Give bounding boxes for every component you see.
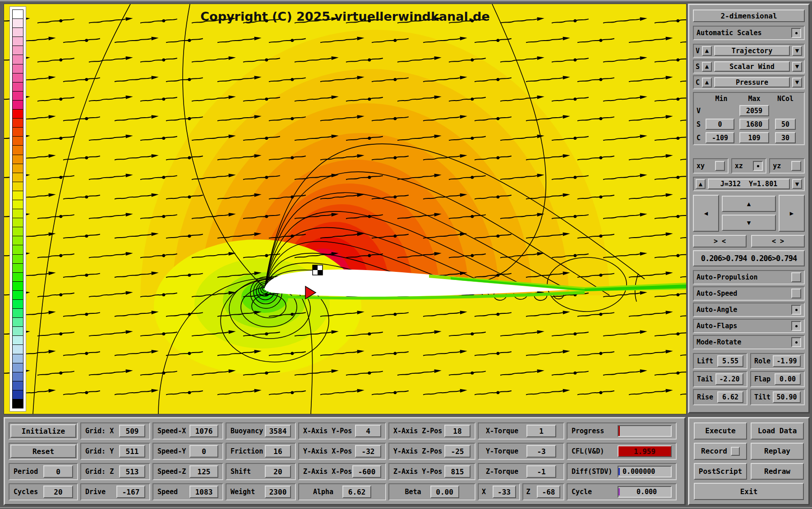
- slice-up-button[interactable]: ▲: [696, 179, 706, 189]
- selector-v-down-button[interactable]: ▼: [792, 46, 802, 56]
- initialize-button[interactable]: Initialize: [10, 424, 76, 438]
- y-torque-value[interactable]: -3: [526, 445, 556, 458]
- plane-xz-checkbox[interactable]: [753, 161, 763, 171]
- cycles-field: Cycles 20: [10, 485, 76, 499]
- c-min-field[interactable]: -109: [706, 132, 734, 143]
- buoyancy-value[interactable]: 3584: [265, 425, 291, 437]
- drive-value[interactable]: -167: [116, 486, 145, 498]
- auto-propulsion-checkbox[interactable]: [791, 272, 801, 282]
- y-axis-x-pos-value[interactable]: -32: [355, 445, 381, 458]
- toggle-mode-rotate[interactable]: Mode-Rotate: [693, 335, 805, 349]
- y-axis-z-pos-label: Y-Axis Z-Pos: [393, 447, 442, 455]
- automatic-scales-checkbox[interactable]: [791, 28, 801, 38]
- selector-s-value[interactable]: Scalar Wind: [714, 61, 790, 72]
- selector-c-letter: C: [696, 78, 700, 87]
- flap-value[interactable]: 0.00: [775, 373, 801, 385]
- selector-c-up-button[interactable]: ▲: [702, 78, 712, 87]
- beta-value[interactable]: 0.00: [430, 486, 459, 498]
- alpha-value[interactable]: 6.62: [342, 486, 371, 498]
- grid-z-value[interactable]: 513: [119, 465, 145, 478]
- slice-selector: ▲ J=312 Y=1.801 ▼: [693, 177, 805, 191]
- lift-value[interactable]: 5.55: [717, 355, 743, 367]
- toggle-auto-speed[interactable]: Auto-Speed: [693, 286, 805, 301]
- plane-xz[interactable]: xz: [731, 158, 767, 174]
- color-scale-cell: [13, 55, 23, 64]
- selector-c-value[interactable]: Pressure: [714, 77, 790, 87]
- load-data-button[interactable]: Load Data: [751, 422, 804, 440]
- z-torque-value[interactable]: -1: [526, 465, 556, 478]
- pan-down-button[interactable]: ▼: [722, 215, 776, 231]
- grid-y-value[interactable]: 511: [119, 445, 145, 458]
- torque-z-value[interactable]: -68: [537, 486, 560, 498]
- weight-value[interactable]: 2300: [265, 486, 291, 498]
- period-value[interactable]: 0: [43, 465, 73, 478]
- z-axis-y-pos-value[interactable]: 815: [444, 465, 471, 478]
- shift-value[interactable]: 20: [265, 465, 291, 478]
- flow-field-canvas[interactable]: Copyright (C) 2025 virtuellerwindkanal.d…: [4, 4, 687, 414]
- x-axis-y-pos-value[interactable]: 4: [355, 425, 381, 437]
- auto-flaps-checkbox[interactable]: [791, 321, 801, 331]
- pan-left-button[interactable]: ◀: [693, 195, 719, 232]
- selector-v-up-button[interactable]: ▲: [702, 46, 712, 56]
- plane-yz[interactable]: yz: [769, 158, 805, 174]
- slice-readout[interactable]: J=312 Y=1.801: [708, 179, 790, 189]
- plane-xy[interactable]: xy: [693, 158, 729, 174]
- readout-row-2: Tail -2.20 Flap 0.00: [693, 371, 805, 387]
- selector-s-up-button[interactable]: ▲: [702, 62, 712, 72]
- selector-c-down-button[interactable]: ▼: [792, 78, 802, 87]
- role-value[interactable]: -1.99: [773, 355, 801, 367]
- c-max-field[interactable]: 109: [739, 132, 769, 143]
- execute-button[interactable]: Execute: [694, 422, 747, 440]
- selector-v-value[interactable]: Trajectory: [714, 46, 790, 56]
- replay-button[interactable]: Replay: [751, 443, 804, 460]
- speed-value[interactable]: 1083: [189, 486, 218, 498]
- pan-up-button[interactable]: ▲: [722, 196, 776, 212]
- mode-rotate-checkbox[interactable]: [791, 337, 801, 347]
- tilt-value[interactable]: 50.90: [773, 391, 801, 403]
- plane-yz-checkbox[interactable]: [791, 161, 801, 171]
- color-scale-cell: [13, 64, 23, 73]
- c-ncol-field[interactable]: 30: [775, 132, 796, 143]
- view-range-readout[interactable]: 0.206>0.794 0.206>0.794: [693, 250, 805, 266]
- plane-xy-checkbox[interactable]: [715, 161, 725, 171]
- z-axis-x-pos-value[interactable]: -600: [352, 465, 381, 478]
- color-scale-cell: [13, 110, 23, 119]
- zoom-out-button[interactable]: < >: [751, 235, 805, 248]
- probe-marker[interactable]: [313, 265, 323, 275]
- zoom-in-button[interactable]: > <: [693, 235, 747, 248]
- diff-value: 0.000000: [623, 468, 655, 476]
- automatic-scales-toggle[interactable]: Automatic Scales: [693, 26, 805, 40]
- v-max-field[interactable]: 2059: [739, 105, 769, 116]
- auto-speed-checkbox[interactable]: [791, 289, 801, 298]
- postscript-button[interactable]: PostScript: [694, 463, 747, 480]
- speed-z-value[interactable]: 125: [189, 465, 218, 478]
- record-button[interactable]: Record: [694, 443, 747, 460]
- grid-x-value[interactable]: 509: [119, 425, 145, 437]
- selector-s-down-button[interactable]: ▼: [792, 62, 802, 72]
- torque-x-value[interactable]: -33: [493, 486, 516, 498]
- dimension-button[interactable]: 2-dimensional: [693, 9, 805, 22]
- s-ncol-field[interactable]: 50: [775, 119, 796, 130]
- toggle-auto-propulsion[interactable]: Auto-Propulsion: [693, 270, 805, 284]
- s-max-field[interactable]: 1680: [739, 119, 769, 130]
- record-checkbox[interactable]: [731, 447, 740, 456]
- reset-button[interactable]: Reset: [10, 445, 76, 458]
- x-torque-value[interactable]: 1: [526, 425, 556, 437]
- redraw-button[interactable]: Redraw: [751, 463, 804, 480]
- toggle-auto-angle[interactable]: Auto-Angle: [693, 303, 805, 317]
- auto-angle-checkbox[interactable]: [791, 305, 801, 315]
- friction-value[interactable]: 16: [265, 445, 291, 458]
- speed-y-value[interactable]: 0: [189, 445, 218, 458]
- slice-down-button[interactable]: ▼: [792, 179, 802, 189]
- tail-value[interactable]: -2.20: [715, 373, 743, 385]
- rise-value[interactable]: 6.62: [717, 391, 743, 403]
- s-min-field[interactable]: 0: [706, 119, 734, 130]
- exit-button[interactable]: Exit: [694, 483, 804, 500]
- pan-right-button[interactable]: ▶: [779, 195, 805, 232]
- cycles-value[interactable]: 20: [43, 486, 73, 498]
- x-axis-z-pos-value[interactable]: 18: [444, 425, 471, 437]
- y-axis-z-pos-value[interactable]: -25: [444, 445, 471, 458]
- readout-row-1: Lift 5.55 Role -1.99: [693, 353, 805, 369]
- speed-x-value[interactable]: 1076: [189, 425, 218, 437]
- toggle-auto-flaps[interactable]: Auto-Flaps: [693, 319, 805, 333]
